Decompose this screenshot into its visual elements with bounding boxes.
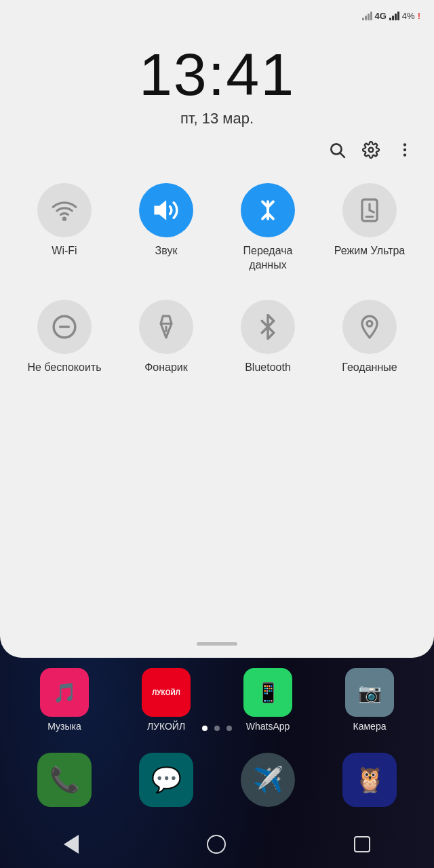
app-music[interactable]: 🎵 Музыка	[20, 668, 108, 732]
whatsapp-label: WhatsApp	[246, 721, 290, 732]
ultra-label: Режим Ультра	[334, 244, 405, 258]
page-dot-1	[202, 726, 208, 731]
clock-time: 13:41	[0, 45, 434, 104]
more-icon[interactable]	[396, 141, 414, 163]
app-lukoil[interactable]: ЛУКОЙЛ ЛУКОЙЛ	[122, 668, 210, 732]
dock-messages[interactable]: 💬	[139, 753, 193, 807]
bluetooth-label: Bluetooth	[245, 361, 291, 375]
music-label: Музыка	[47, 721, 81, 732]
dock: 📞 💬 ✈️ 🦉	[0, 746, 434, 814]
svg-point-4	[403, 149, 406, 151]
dock-app4[interactable]: 🦉	[342, 753, 397, 807]
clock-date: пт, 13 мар.	[0, 110, 434, 127]
navbar	[0, 821, 434, 868]
wifi-icon-circle	[37, 183, 92, 237]
ultra-icon-circle	[342, 183, 397, 237]
network-type: 4G	[375, 11, 387, 21]
homescreen-apps: 🎵 Музыка ЛУКОЙЛ ЛУКОЙЛ 📱 WhatsApp 📷 Каме…	[0, 668, 434, 732]
quick-settings: Wi-Fi Звук	[0, 163, 434, 401]
sound-icon-circle	[139, 183, 193, 237]
settings-icon[interactable]	[362, 141, 380, 163]
app-whatsapp[interactable]: 📱 WhatsApp	[224, 668, 312, 732]
pull-handle[interactable]	[197, 642, 237, 646]
quick-tile-flashlight[interactable]: Фонарик	[122, 300, 210, 375]
svg-point-6	[63, 218, 65, 220]
wifi-label: Wi-Fi	[52, 244, 77, 258]
nav-home-button[interactable]	[207, 835, 226, 854]
battery-warning-icon: !	[418, 11, 420, 21]
search-icon[interactable]	[328, 141, 346, 163]
header-icons	[0, 141, 434, 163]
quick-row-1: Wi-Fi Звук	[14, 183, 420, 273]
sound-label: Звук	[155, 244, 178, 258]
row-spacer	[14, 286, 420, 300]
quick-tile-wifi[interactable]: Wi-Fi	[20, 183, 108, 258]
page-dot-2	[214, 726, 220, 731]
page-dots	[202, 726, 232, 731]
svg-line-1	[340, 153, 344, 157]
status-icons: 4G 4% !	[362, 11, 420, 21]
quick-tile-bluetooth[interactable]: Bluetooth	[224, 300, 312, 375]
svg-point-5	[403, 153, 406, 156]
location-icon-circle	[342, 300, 397, 354]
notification-panel: 4G 4% ! 13:41 пт, 13 мар.	[0, 0, 434, 658]
camera-label: Камера	[353, 721, 387, 732]
svg-point-2	[369, 148, 374, 153]
quick-tile-sound[interactable]: Звук	[122, 183, 210, 258]
data-icon-circle	[241, 183, 295, 237]
music-icon: 🎵	[40, 668, 89, 717]
dnd-label: Не беспо­коить	[27, 361, 101, 375]
page-dot-3	[226, 726, 232, 731]
quick-row-2: Не беспо­коить Фонарик	[14, 300, 420, 375]
data-label: Передача данных	[224, 244, 312, 273]
battery-percent: 4%	[402, 11, 415, 21]
flashlight-label: Фонарик	[144, 361, 188, 375]
dock-telegram[interactable]: ✈️	[241, 753, 295, 807]
nav-back-button[interactable]	[64, 835, 79, 854]
svg-point-13	[367, 321, 372, 326]
camera-icon: 📷	[345, 668, 394, 717]
bluetooth-icon-circle	[241, 300, 295, 354]
whatsapp-icon: 📱	[243, 668, 292, 717]
signal-strong-icon	[389, 11, 399, 20]
quick-tile-ultra[interactable]: Режим Ультра	[326, 183, 414, 258]
flashlight-icon-circle	[139, 300, 193, 354]
quick-tile-location[interactable]: Геоданные	[326, 300, 414, 375]
status-bar: 4G 4% !	[0, 0, 434, 24]
quick-tile-data[interactable]: Передача данных	[224, 183, 312, 273]
quick-tile-dnd[interactable]: Не беспо­коить	[20, 300, 108, 375]
svg-point-3	[403, 143, 406, 146]
signal-weak-icon	[362, 11, 372, 20]
dnd-icon-circle	[37, 300, 92, 354]
clock-area: 13:41 пт, 13 мар.	[0, 24, 434, 134]
app-camera[interactable]: 📷 Камера	[326, 668, 414, 732]
lukoil-icon: ЛУКОЙЛ	[142, 668, 191, 717]
location-label: Геоданные	[342, 361, 397, 375]
nav-recents-button[interactable]	[354, 836, 370, 852]
lukoil-label: ЛУКОЙЛ	[147, 721, 185, 732]
dock-phone[interactable]: 📞	[37, 753, 92, 807]
svg-marker-7	[155, 203, 165, 218]
